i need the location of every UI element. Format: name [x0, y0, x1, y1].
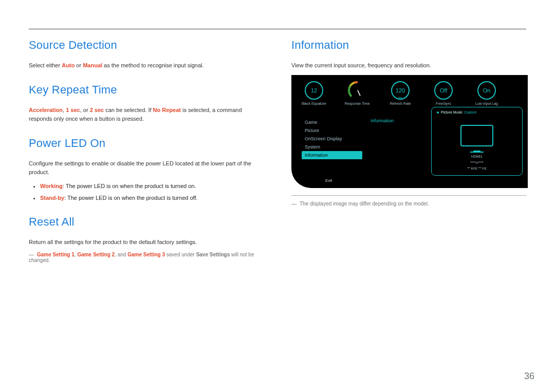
page-top-divider — [29, 29, 526, 29]
dial-label: Low Input Lag — [471, 102, 502, 105]
heading-source-detection: Source Detection — [29, 39, 264, 52]
heading-key-repeat-time: Key Repeat Time — [29, 83, 264, 97]
osd-info-panel: Picture Mode: Custom HDMI1 ****x**** ** … — [431, 107, 523, 176]
footnote-model-disclaimer: ―The displayed image may differ dependin… — [291, 201, 526, 207]
list-item-standby: Stand-by: The power LED is on when the p… — [40, 194, 264, 202]
right-column: Information View the current input sourc… — [291, 39, 526, 263]
osd-menu: GamePictureOnScreen DisplaySystemInforma… — [302, 118, 362, 159]
osd-frequency: ** kHz ** Hz — [432, 165, 522, 171]
osd-source: HDMI1 — [432, 154, 522, 159]
section-key-repeat-time: Key Repeat Time Acceleration, 1 sec, or … — [29, 83, 264, 123]
osd-dial: OnLow Input Lag — [471, 81, 502, 105]
osd-menu-title: Information — [371, 118, 394, 123]
osd-dial: Response Time — [342, 81, 373, 105]
osd-picture-mode: Picture Mode: Custom — [437, 110, 476, 114]
osd-dial: 120HzRefresh Rate — [385, 81, 416, 105]
osd-dial: OffFreeSync — [428, 81, 459, 105]
bullet-icon — [437, 111, 439, 114]
section-source-detection: Source Detection Select either Auto or M… — [29, 39, 264, 70]
dial-ring: On — [477, 81, 496, 100]
gauge-icon — [348, 81, 366, 100]
dial-label: Black Equalizer — [299, 102, 329, 105]
body-reset-all: Return all the settings for the product … — [29, 238, 264, 247]
osd-menu-item: OnScreen Display — [302, 135, 362, 143]
osd-preview: 12Black EqualizerResponse Time120HzRefre… — [291, 75, 528, 188]
osd-menu-item: Game — [302, 118, 362, 126]
heading-reset-all: Reset All — [29, 215, 264, 229]
body-key-repeat-time: Acceleration, 1 sec, or 2 sec can be sel… — [29, 106, 264, 123]
dial-label: Refresh Rate — [385, 102, 416, 105]
osd-menu-item: System — [302, 143, 362, 151]
heading-information: Information — [291, 39, 526, 52]
osd-exit-label: Exit — [325, 178, 332, 183]
osd-dial: 12Black Equalizer — [299, 81, 329, 105]
body-power-led-on: Configure the settings to enable or disa… — [29, 159, 264, 177]
body-source-detection: Select either Auto or Manual as the meth… — [29, 61, 264, 70]
dial-ring: Off — [434, 81, 453, 100]
osd-menu-item: Information — [302, 151, 362, 159]
page-number: 36 — [524, 371, 534, 382]
dial-label: Response Time — [342, 102, 373, 105]
osd-resolution: ****x**** — [432, 160, 522, 165]
dial-label: FreeSync — [428, 102, 459, 105]
dial-ring: 120Hz — [391, 81, 410, 100]
dial-ring: 12 — [305, 81, 323, 100]
list-item-working: Working: The power LED is on when the pr… — [40, 182, 264, 191]
footnote-divider — [291, 195, 526, 196]
monitor-icon — [432, 125, 522, 153]
section-information: Information View the current input sourc… — [291, 39, 526, 207]
body-information: View the current input source, frequency… — [291, 61, 526, 70]
section-power-led-on: Power LED On Configure the settings to e… — [29, 137, 264, 202]
osd-menu-item: Picture — [302, 126, 362, 135]
dial-sublabel: Hz — [392, 96, 409, 99]
footnote-reset-all: ―Game Setting 1, Game Setting 2, and Gam… — [29, 252, 264, 263]
left-column: Source Detection Select either Auto or M… — [29, 39, 264, 263]
section-reset-all: Reset All Return all the settings for th… — [29, 215, 264, 263]
heading-power-led-on: Power LED On — [29, 137, 264, 150]
